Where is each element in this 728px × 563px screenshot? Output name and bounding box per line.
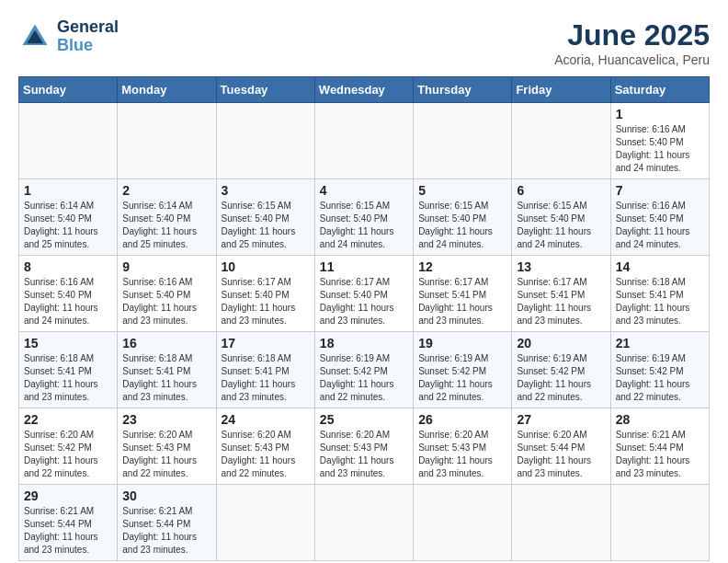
day-number: 13 (517, 259, 605, 274)
day-number: 3 (222, 183, 310, 198)
calendar-cell: 3Sunrise: 6:15 AM Sunset: 5:40 PM Daylig… (216, 179, 314, 256)
calendar-cell (414, 485, 512, 561)
day-info: Sunrise: 6:16 AM Sunset: 5:40 PM Dayligh… (24, 276, 112, 327)
calendar-cell (314, 485, 413, 561)
calendar-cell: 14Sunrise: 6:18 AM Sunset: 5:41 PM Dayli… (610, 256, 709, 332)
day-number: 1 (24, 183, 112, 198)
day-info: Sunrise: 6:17 AM Sunset: 5:40 PM Dayligh… (320, 276, 408, 327)
calendar-table: SundayMondayTuesdayWednesdayThursdayFrid… (18, 76, 710, 561)
calendar-cell (610, 485, 709, 561)
day-number: 4 (320, 183, 408, 198)
calendar-cell (314, 103, 413, 179)
logo-icon (18, 20, 51, 53)
calendar-cell: 1Sunrise: 6:14 AM Sunset: 5:40 PM Daylig… (19, 179, 118, 256)
day-info: Sunrise: 6:15 AM Sunset: 5:40 PM Dayligh… (418, 200, 506, 251)
day-info: Sunrise: 6:16 AM Sunset: 5:40 PM Dayligh… (122, 276, 210, 327)
calendar-cell (216, 485, 314, 561)
day-info: Sunrise: 6:19 AM Sunset: 5:42 PM Dayligh… (320, 352, 408, 404)
day-info: Sunrise: 6:20 AM Sunset: 5:43 PM Dayligh… (122, 429, 210, 480)
day-info: Sunrise: 6:15 AM Sunset: 5:40 PM Dayligh… (222, 200, 310, 251)
day-number: 24 (222, 412, 310, 427)
day-info: Sunrise: 6:20 AM Sunset: 5:44 PM Dayligh… (517, 429, 605, 480)
day-number: 23 (122, 412, 210, 427)
calendar-cell (512, 485, 610, 561)
day-info: Sunrise: 6:20 AM Sunset: 5:42 PM Dayligh… (24, 429, 112, 480)
day-of-week-header: Monday (118, 77, 216, 103)
calendar-cell: 2Sunrise: 6:14 AM Sunset: 5:40 PM Daylig… (118, 179, 216, 256)
day-number: 19 (418, 336, 506, 350)
logo-line2: Blue (57, 37, 119, 55)
calendar-cell: 19Sunrise: 6:19 AM Sunset: 5:42 PM Dayli… (414, 332, 512, 408)
month-title: June 2025 (554, 18, 710, 52)
location-title: Acoria, Huancavelica, Peru (554, 52, 710, 67)
day-info: Sunrise: 6:20 AM Sunset: 5:43 PM Dayligh… (222, 429, 310, 480)
calendar-cell: 25Sunrise: 6:20 AM Sunset: 5:43 PM Dayli… (314, 408, 413, 485)
calendar-cell: 26Sunrise: 6:20 AM Sunset: 5:43 PM Dayli… (414, 408, 512, 485)
calendar-cell: 21Sunrise: 6:19 AM Sunset: 5:42 PM Dayli… (610, 332, 709, 408)
day-number: 18 (320, 336, 408, 350)
calendar-cell (118, 103, 216, 179)
calendar-cell: 24Sunrise: 6:20 AM Sunset: 5:43 PM Dayli… (216, 408, 314, 485)
calendar-cell: 13Sunrise: 6:17 AM Sunset: 5:41 PM Dayli… (512, 256, 610, 332)
calendar-cell: 5Sunrise: 6:15 AM Sunset: 5:40 PM Daylig… (414, 179, 512, 256)
day-info: Sunrise: 6:17 AM Sunset: 5:41 PM Dayligh… (517, 276, 605, 327)
day-info: Sunrise: 6:16 AM Sunset: 5:40 PM Dayligh… (616, 200, 704, 251)
calendar-cell: 30Sunrise: 6:21 AM Sunset: 5:44 PM Dayli… (118, 485, 216, 561)
day-number: 22 (24, 412, 112, 427)
calendar-cell: 9Sunrise: 6:16 AM Sunset: 5:40 PM Daylig… (118, 256, 216, 332)
day-info: Sunrise: 6:20 AM Sunset: 5:43 PM Dayligh… (320, 429, 408, 480)
day-of-week-header: Friday (512, 77, 610, 103)
day-number: 11 (320, 259, 408, 274)
day-number: 9 (122, 259, 210, 274)
calendar-cell: 27Sunrise: 6:20 AM Sunset: 5:44 PM Dayli… (512, 408, 610, 485)
day-number: 26 (418, 412, 506, 427)
day-number: 17 (222, 336, 310, 350)
day-info: Sunrise: 6:21 AM Sunset: 5:44 PM Dayligh… (616, 429, 704, 480)
calendar-week-row: 1Sunrise: 6:14 AM Sunset: 5:40 PM Daylig… (19, 179, 710, 256)
calendar-cell: 17Sunrise: 6:18 AM Sunset: 5:41 PM Dayli… (216, 332, 314, 408)
calendar-week-row: 15Sunrise: 6:18 AM Sunset: 5:41 PM Dayli… (19, 332, 710, 408)
day-number: 27 (517, 412, 605, 427)
calendar-cell: 11Sunrise: 6:17 AM Sunset: 5:40 PM Dayli… (314, 256, 413, 332)
day-of-week-header: Sunday (19, 77, 118, 103)
day-number: 15 (24, 336, 112, 350)
calendar-week-row: 22Sunrise: 6:20 AM Sunset: 5:42 PM Dayli… (19, 408, 710, 485)
day-info: Sunrise: 6:19 AM Sunset: 5:42 PM Dayligh… (418, 352, 506, 404)
calendar-cell: 22Sunrise: 6:20 AM Sunset: 5:42 PM Dayli… (19, 408, 118, 485)
day-number: 30 (122, 488, 210, 503)
day-info: Sunrise: 6:17 AM Sunset: 5:41 PM Dayligh… (418, 276, 506, 327)
day-info: Sunrise: 6:19 AM Sunset: 5:42 PM Dayligh… (616, 352, 704, 404)
day-number: 10 (222, 259, 310, 274)
day-info: Sunrise: 6:15 AM Sunset: 5:40 PM Dayligh… (320, 200, 408, 251)
calendar-cell: 18Sunrise: 6:19 AM Sunset: 5:42 PM Dayli… (314, 332, 413, 408)
day-number: 16 (122, 336, 210, 350)
day-number: 2 (122, 183, 210, 198)
day-number: 29 (24, 488, 112, 503)
day-info: Sunrise: 6:21 AM Sunset: 5:44 PM Dayligh… (122, 505, 210, 557)
page-header: General Blue June 2025 Acoria, Huancavel… (18, 18, 710, 67)
day-info: Sunrise: 6:18 AM Sunset: 5:41 PM Dayligh… (616, 276, 704, 327)
day-number: 20 (517, 336, 605, 350)
day-info: Sunrise: 6:18 AM Sunset: 5:41 PM Dayligh… (122, 352, 210, 404)
day-info: Sunrise: 6:20 AM Sunset: 5:43 PM Dayligh… (418, 429, 506, 480)
title-area: June 2025 Acoria, Huancavelica, Peru (554, 18, 710, 67)
calendar-header-row: SundayMondayTuesdayWednesdayThursdayFrid… (19, 77, 710, 103)
day-number: 6 (517, 183, 605, 198)
calendar-cell: 15Sunrise: 6:18 AM Sunset: 5:41 PM Dayli… (19, 332, 118, 408)
day-info: Sunrise: 6:19 AM Sunset: 5:42 PM Dayligh… (517, 352, 605, 404)
calendar-cell: 23Sunrise: 6:20 AM Sunset: 5:43 PM Dayli… (118, 408, 216, 485)
calendar-cell (216, 103, 314, 179)
calendar-cell (414, 103, 512, 179)
logo-line1: General (57, 18, 119, 37)
calendar-cell: 29Sunrise: 6:21 AM Sunset: 5:44 PM Dayli… (19, 485, 118, 561)
calendar-week-row: 8Sunrise: 6:16 AM Sunset: 5:40 PM Daylig… (19, 256, 710, 332)
calendar-cell: 8Sunrise: 6:16 AM Sunset: 5:40 PM Daylig… (19, 256, 118, 332)
day-of-week-header: Saturday (610, 77, 709, 103)
day-of-week-header: Thursday (414, 77, 512, 103)
calendar-cell: 6Sunrise: 6:15 AM Sunset: 5:40 PM Daylig… (512, 179, 610, 256)
calendar-cell: 16Sunrise: 6:18 AM Sunset: 5:41 PM Dayli… (118, 332, 216, 408)
day-info: Sunrise: 6:21 AM Sunset: 5:44 PM Dayligh… (24, 505, 112, 557)
calendar-cell: 28Sunrise: 6:21 AM Sunset: 5:44 PM Dayli… (610, 408, 709, 485)
day-number: 5 (418, 183, 506, 198)
day-info: Sunrise: 6:16 AM Sunset: 5:40 PM Dayligh… (616, 123, 704, 175)
